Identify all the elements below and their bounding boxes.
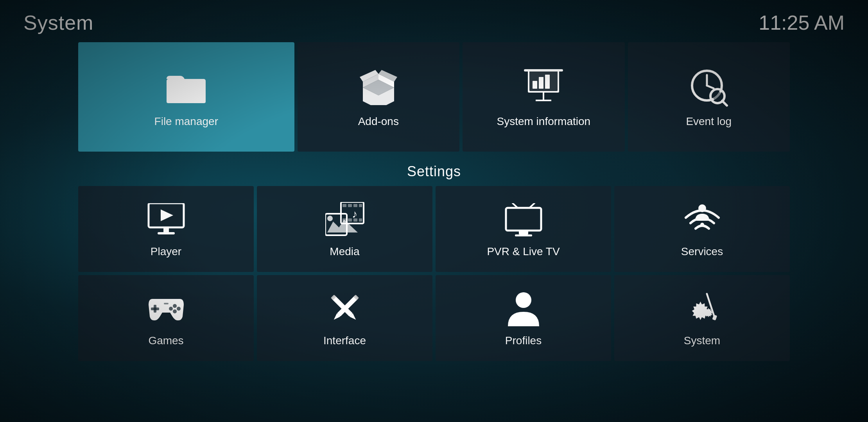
add-ons-label: Add-ons bbox=[358, 115, 399, 128]
svg-rect-11 bbox=[539, 77, 543, 89]
games-label: Games bbox=[148, 334, 183, 347]
profiles-label: Profiles bbox=[505, 334, 542, 347]
tile-games[interactable]: Games bbox=[78, 275, 254, 361]
tile-services[interactable]: Services bbox=[614, 186, 790, 272]
player-icon bbox=[147, 200, 186, 239]
services-label: Services bbox=[681, 245, 723, 258]
tile-pvr-live-tv[interactable]: PVR & Live TV bbox=[436, 186, 611, 272]
svg-point-53 bbox=[169, 307, 173, 311]
svg-text:♪: ♪ bbox=[352, 208, 357, 220]
file-manager-label: File manager bbox=[154, 115, 218, 128]
pvr-live-tv-label: PVR & Live TV bbox=[487, 245, 560, 258]
svg-rect-27 bbox=[158, 232, 175, 234]
svg-rect-10 bbox=[533, 81, 537, 89]
tv-icon bbox=[504, 200, 543, 239]
svg-point-48 bbox=[698, 204, 706, 212]
tile-profiles[interactable]: Profiles bbox=[436, 275, 611, 361]
tile-system[interactable]: System bbox=[614, 275, 790, 361]
event-log-label: Event log bbox=[686, 115, 732, 128]
svg-rect-29 bbox=[343, 204, 346, 207]
gamepad-icon bbox=[147, 289, 186, 328]
svg-point-22 bbox=[713, 91, 722, 101]
svg-rect-46 bbox=[515, 234, 532, 236]
svg-rect-50 bbox=[151, 308, 159, 310]
svg-rect-32 bbox=[359, 204, 362, 207]
svg-point-62 bbox=[516, 292, 531, 308]
svg-point-39 bbox=[327, 216, 333, 221]
settings-section-title: Settings bbox=[78, 163, 790, 180]
svg-rect-55 bbox=[164, 303, 169, 304]
media-label: Media bbox=[330, 245, 359, 258]
tile-player[interactable]: Player bbox=[78, 186, 254, 272]
tile-media[interactable]: ♪ Media bbox=[257, 186, 432, 272]
profile-icon bbox=[504, 289, 543, 328]
tile-system-information[interactable]: System information bbox=[463, 42, 624, 152]
svg-line-19 bbox=[707, 86, 714, 88]
top-row: File manager bbox=[78, 42, 790, 152]
svg-rect-45 bbox=[519, 231, 528, 234]
svg-rect-42 bbox=[509, 210, 538, 228]
svg-rect-1 bbox=[167, 82, 206, 103]
clock: 11:25 AM bbox=[759, 11, 845, 34]
svg-rect-34 bbox=[348, 218, 352, 222]
clock-search-icon bbox=[687, 66, 730, 109]
main-content: File manager bbox=[0, 42, 868, 361]
svg-marker-38 bbox=[327, 220, 358, 232]
svg-rect-30 bbox=[348, 204, 352, 207]
tile-add-ons[interactable]: Add-ons bbox=[298, 42, 459, 152]
folder-icon bbox=[165, 66, 208, 109]
pencil-cross-icon bbox=[325, 289, 364, 328]
svg-rect-36 bbox=[359, 218, 362, 222]
svg-rect-26 bbox=[163, 227, 169, 232]
interface-label: Interface bbox=[323, 334, 366, 347]
svg-line-21 bbox=[722, 101, 727, 106]
svg-point-47 bbox=[700, 223, 704, 227]
svg-rect-16 bbox=[542, 69, 545, 71]
box-icon bbox=[357, 66, 400, 109]
media-icon: ♪ bbox=[325, 200, 364, 239]
tile-interface[interactable]: Interface bbox=[257, 275, 432, 361]
svg-rect-12 bbox=[545, 75, 550, 89]
svg-point-51 bbox=[173, 304, 177, 308]
svg-rect-66 bbox=[712, 315, 717, 320]
tile-file-manager[interactable]: File manager bbox=[78, 42, 294, 152]
app-title: System bbox=[23, 11, 93, 34]
system-information-label: System information bbox=[497, 115, 590, 128]
svg-point-52 bbox=[177, 307, 181, 311]
svg-rect-31 bbox=[353, 204, 357, 207]
presentation-icon bbox=[522, 66, 565, 109]
settings-grid: Player bbox=[78, 186, 790, 361]
svg-point-54 bbox=[173, 309, 177, 313]
wifi-icon bbox=[683, 200, 722, 239]
tile-event-log[interactable]: Event log bbox=[628, 42, 790, 152]
player-label: Player bbox=[151, 245, 181, 258]
gears-icon bbox=[683, 289, 722, 328]
system-label: System bbox=[684, 334, 720, 347]
header: System 11:25 AM bbox=[0, 0, 868, 42]
